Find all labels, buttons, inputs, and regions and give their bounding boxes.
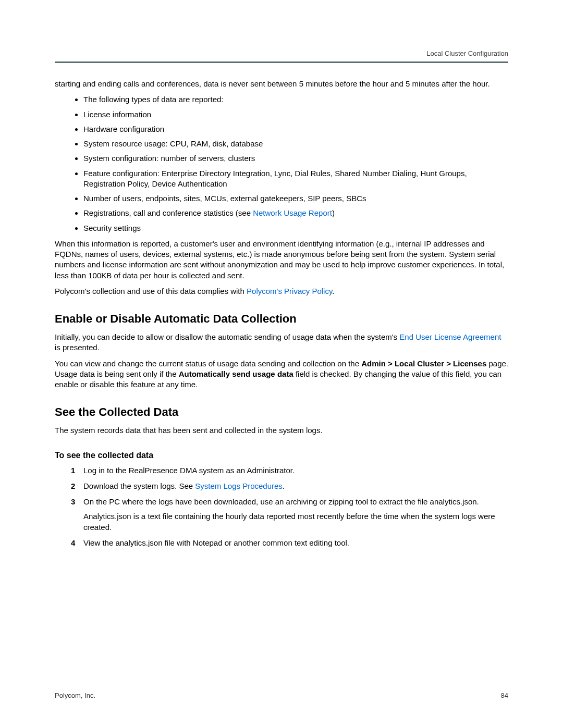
footer-page-number: 84 <box>501 692 508 699</box>
nav-path-bold: Admin > Local Cluster > Licenses <box>361 359 486 368</box>
footer-company: Polycom, Inc. <box>55 692 95 699</box>
page-footer: Polycom, Inc. 84 <box>55 692 508 699</box>
list-item: Hardware configuration <box>83 124 508 134</box>
system-logs-procedures-link[interactable]: System Logs Procedures <box>195 482 283 490</box>
paragraph-text: is presented. <box>55 343 100 352</box>
list-item: License information <box>83 109 508 120</box>
paragraph-text: You can view and change the current stat… <box>55 359 361 368</box>
list-item: System resource usage: CPU, RAM, disk, d… <box>83 139 508 149</box>
list-item: Feature configuration: Enterprise Direct… <box>83 168 508 190</box>
network-usage-report-link[interactable]: Network Usage Report <box>253 208 332 217</box>
header-section-label: Local Cluster Configuration <box>55 50 508 57</box>
enable-paragraph-2: You can view and change the current stat… <box>55 359 508 390</box>
document-page: Local Cluster Configuration starting and… <box>0 0 563 728</box>
step-item: Download the system logs. See System Log… <box>83 481 508 491</box>
step-item: On the PC where the logs have been downl… <box>83 497 508 533</box>
step-item: View the analytics.json file with Notepa… <box>83 538 508 548</box>
heading-enable-disable: Enable or Disable Automatic Data Collect… <box>55 312 508 326</box>
list-item-text: ) <box>332 208 335 217</box>
data-types-list: The following types of data are reported… <box>55 94 508 233</box>
paragraph-text: . <box>332 287 334 295</box>
list-item: Security settings <box>83 223 508 233</box>
anonymize-paragraph: When this information is reported, a cus… <box>55 239 508 281</box>
eula-link[interactable]: End User License Agreement <box>399 332 501 341</box>
policy-paragraph: Polycom's collection and use of this dat… <box>55 286 508 297</box>
enable-paragraph-1: Initially, you can decide to allow or di… <box>55 332 508 353</box>
step-text: Download the system logs. See <box>83 482 195 490</box>
steps-list: Log in to the RealPresence DMA system as… <box>55 465 508 549</box>
list-item: Registrations, call and conference stati… <box>83 208 508 218</box>
heading-see-collected: See the Collected Data <box>55 405 508 419</box>
see-intro-paragraph: The system records data that has been se… <box>55 425 508 436</box>
header-rule <box>55 61 508 63</box>
intro-paragraph: starting and ending calls and conference… <box>55 79 508 89</box>
paragraph-text: Polycom's collection and use of this dat… <box>55 287 247 295</box>
subheading-to-see: To see the collected data <box>55 451 508 460</box>
step-subtext: Analytics.json is a text file containing… <box>83 511 508 533</box>
list-item: System configuration: number of servers,… <box>83 153 508 164</box>
step-item: Log in to the RealPresence DMA system as… <box>83 465 508 476</box>
field-name-bold: Automatically send usage data <box>179 369 293 378</box>
privacy-policy-link[interactable]: Polycom's Privacy Policy <box>247 287 332 295</box>
list-item-text: Registrations, call and conference stati… <box>83 208 253 217</box>
step-text: On the PC where the logs have been downl… <box>83 497 479 506</box>
paragraph-text: Initially, you can decide to allow or di… <box>55 332 399 341</box>
list-item: The following types of data are reported… <box>83 94 508 105</box>
step-text: . <box>283 482 285 490</box>
list-item: Number of users, endpoints, sites, MCUs,… <box>83 193 508 204</box>
